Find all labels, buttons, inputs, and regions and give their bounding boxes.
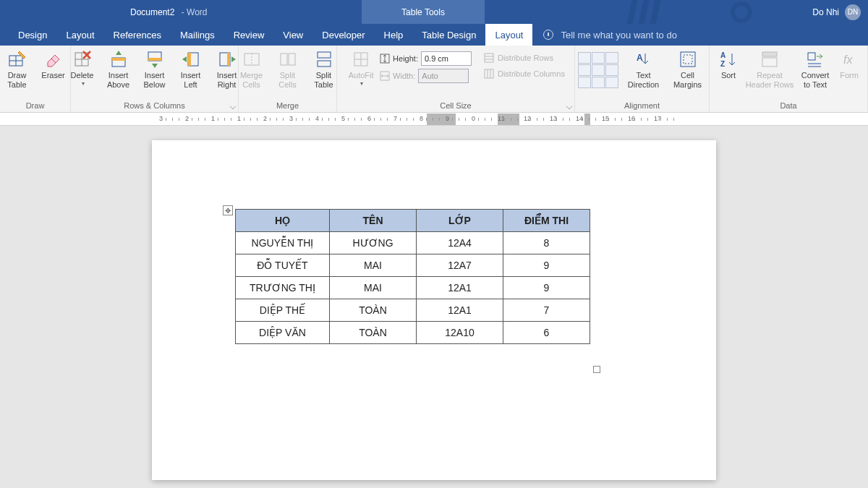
- user-name: Do Nhi: [812, 7, 839, 17]
- eraser-label: Eraser: [41, 71, 64, 80]
- table-cell[interactable]: 12A10: [417, 322, 503, 344]
- table-cell[interactable]: 12A1: [417, 299, 503, 322]
- tab-table-layout[interactable]: Layout: [485, 24, 532, 46]
- table-cell[interactable]: MAI: [330, 254, 417, 277]
- svg-rect-18: [289, 53, 295, 65]
- table-cell[interactable]: 9: [503, 277, 590, 299]
- table-cell[interactable]: 12A7: [417, 254, 503, 277]
- table-cell[interactable]: DIỆP VĂN: [236, 322, 330, 344]
- insert-below-icon: [145, 49, 165, 69]
- document-page[interactable]: ✥ HỌTÊNLỚPĐIỂM THI NGUYỄN THỊHƯƠNG12A48Đ…: [152, 140, 716, 480]
- alignment-grid[interactable]: [578, 52, 618, 88]
- height-input[interactable]: 0.9 cm: [421, 51, 472, 66]
- table-cell[interactable]: MAI: [330, 277, 417, 299]
- merge-cells-icon: [242, 49, 262, 69]
- svg-text:fx: fx: [843, 53, 853, 66]
- text-direction-button[interactable]: A Text Direction: [624, 48, 663, 89]
- title-decoration: [622, 0, 781, 24]
- table-cell[interactable]: 6: [503, 322, 590, 344]
- svg-rect-14: [227, 53, 230, 66]
- width-input: Auto: [418, 69, 469, 83]
- user-avatar[interactable]: DN: [845, 4, 861, 20]
- table-row[interactable]: DIỆP THẾTOÀN12A17: [236, 299, 590, 322]
- tab-view[interactable]: View: [273, 24, 312, 46]
- table-header-cell[interactable]: HỌ: [236, 210, 330, 232]
- delete-button[interactable]: Delete: [65, 48, 100, 89]
- table-cell[interactable]: 8: [503, 232, 590, 254]
- svg-rect-38: [762, 58, 777, 67]
- table-cell[interactable]: 12A4: [417, 232, 503, 254]
- draw-table-button[interactable]: Draw Table: [0, 48, 35, 89]
- tab-layout-page[interactable]: Layout: [56, 24, 103, 46]
- delete-label: Delete: [71, 71, 94, 80]
- sort-button[interactable]: AZ Sort: [714, 48, 743, 89]
- table-cell[interactable]: ĐỖ TUYẾT: [236, 254, 330, 277]
- split-table-button[interactable]: Split Table: [307, 48, 341, 89]
- distribute-cols-label: Distribute Columns: [498, 69, 565, 78]
- tab-references[interactable]: References: [104, 24, 171, 46]
- formula-button: fx Form: [835, 48, 863, 89]
- text-direction-label: Text Direction: [628, 71, 659, 89]
- user-area[interactable]: Do Nhi DN: [812, 4, 861, 20]
- table-cell[interactable]: DIỆP THẾ: [236, 299, 330, 322]
- table-resize-handle[interactable]: [593, 366, 600, 373]
- convert-text-icon: [805, 49, 825, 69]
- table-row[interactable]: NGUYỄN THỊHƯƠNG12A48: [236, 232, 590, 254]
- group-rows-columns: Delete Insert Above Insert Below Insert …: [71, 46, 239, 112]
- table-row[interactable]: ĐỖ TUYẾTMAI12A79: [236, 254, 590, 277]
- data-table[interactable]: HỌTÊNLỚPĐIỂM THI NGUYỄN THỊHƯƠNG12A48ĐỖ …: [235, 209, 590, 344]
- merge-cells-label: Merge Cells: [240, 71, 263, 89]
- svg-rect-8: [112, 58, 125, 61]
- table-cell[interactable]: TOÀN: [330, 299, 417, 322]
- table-cell[interactable]: 7: [503, 299, 590, 322]
- tab-table-design[interactable]: Table Design: [412, 24, 485, 46]
- ruler-mark: 9: [446, 115, 449, 122]
- insert-left-button[interactable]: Insert Left: [174, 48, 208, 89]
- svg-text:Z: Z: [720, 60, 725, 68]
- distribute-rows-icon: [483, 52, 495, 64]
- ruler-mark: 1: [211, 115, 215, 122]
- distribute-columns-button: Distribute Columns: [480, 67, 568, 81]
- table-cell[interactable]: TRƯƠNG THỊ: [236, 277, 330, 299]
- table-cell[interactable]: 9: [503, 254, 590, 277]
- repeat-header-rows-button: Repeat Header Rows: [744, 48, 795, 89]
- tab-help[interactable]: Help: [375, 24, 413, 46]
- ruler-mark: 1: [237, 115, 241, 122]
- group-cell-size: AutoFit Height: 0.9 cm Width: Auto Distr…: [337, 46, 575, 112]
- tell-me-search[interactable]: Tell me what you want to do: [543, 30, 676, 40]
- table-row[interactable]: TRƯƠNG THỊMAI12A19: [236, 277, 590, 299]
- ruler-mark: 5: [341, 115, 345, 122]
- insert-below-button[interactable]: Insert Below: [137, 48, 172, 89]
- formula-label: Form: [840, 71, 859, 80]
- table-cell[interactable]: 12A1: [417, 277, 503, 299]
- insert-above-button[interactable]: Insert Above: [101, 48, 136, 89]
- ruler-mark: 7: [393, 115, 397, 122]
- table-cell[interactable]: NGUYỄN THỊ: [236, 232, 330, 254]
- svg-rect-12: [188, 53, 191, 66]
- table-move-handle[interactable]: ✥: [223, 205, 233, 215]
- table-cell[interactable]: HƯƠNG: [330, 232, 417, 254]
- horizontal-ruler[interactable]: 321123456789011121314151617: [0, 113, 868, 126]
- svg-rect-20: [318, 61, 331, 67]
- table-header-cell[interactable]: LỚP: [417, 210, 503, 232]
- document-canvas[interactable]: ✥ HỌTÊNLỚPĐIỂM THI NGUYỄN THỊHƯƠNG12A48Đ…: [0, 126, 868, 488]
- table-header-cell[interactable]: TÊN: [330, 210, 417, 232]
- insert-left-label: Insert Left: [181, 71, 201, 89]
- group-draw-label: Draw: [4, 99, 66, 112]
- table-cell[interactable]: TOÀN: [330, 322, 417, 344]
- split-table-icon: [314, 49, 334, 69]
- repeat-header-label: Repeat Header Rows: [746, 71, 794, 89]
- tab-mailings[interactable]: Mailings: [171, 24, 224, 46]
- table-header-cell[interactable]: ĐIỂM THI: [503, 210, 590, 232]
- autofit-button: AutoFit: [344, 48, 378, 87]
- tab-review[interactable]: Review: [224, 24, 274, 46]
- group-data: AZ Sort Repeat Header Rows Convert to Te…: [710, 46, 868, 112]
- convert-to-text-button[interactable]: Convert to Text: [796, 48, 834, 89]
- tab-design[interactable]: Design: [9, 24, 56, 46]
- svg-rect-17: [281, 53, 287, 65]
- table-row[interactable]: DIỆP VĂNTOÀN12A106: [236, 322, 590, 344]
- width-icon: [380, 71, 390, 81]
- tab-developer[interactable]: Developer: [312, 24, 374, 46]
- cell-margins-button[interactable]: Cell Margins: [669, 48, 707, 89]
- height-label: Height:: [393, 54, 418, 63]
